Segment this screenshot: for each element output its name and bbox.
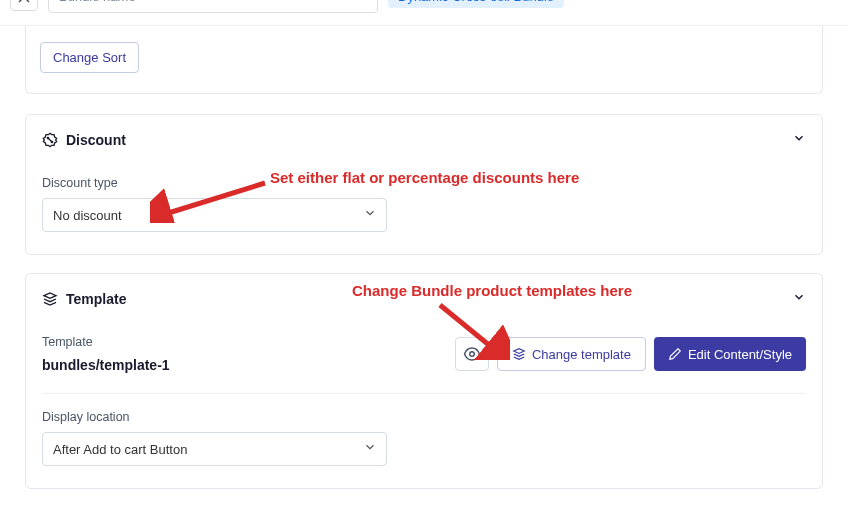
chevron-down-icon	[792, 288, 806, 309]
discount-type-select-wrap	[42, 198, 387, 232]
discount-title: Discount	[66, 132, 126, 148]
template-card-body: Template bundles/template-1 Change templ…	[26, 323, 822, 488]
discount-type-label: Discount type	[42, 176, 806, 190]
discount-card: Discount Discount type	[25, 114, 823, 255]
change-template-label: Change template	[532, 347, 631, 362]
template-card-header[interactable]: Template	[26, 274, 822, 323]
edit-content-style-label: Edit Content/Style	[688, 347, 792, 362]
svg-point-2	[470, 352, 475, 357]
edit-icon	[668, 347, 682, 361]
discount-icon	[42, 132, 58, 148]
close-button[interactable]	[10, 0, 38, 11]
content-area: Change Sort Discount Discount type	[0, 26, 848, 489]
change-template-button[interactable]: Change template	[497, 337, 646, 371]
change-sort-button[interactable]: Change Sort	[40, 42, 139, 73]
sort-card-partial: Change Sort	[25, 26, 823, 94]
template-row: Template bundles/template-1 Change templ…	[42, 335, 806, 373]
top-bar: Dynamic Cross-sell Bundle	[0, 0, 848, 26]
discount-card-header[interactable]: Discount	[26, 115, 822, 164]
template-value: bundles/template-1	[42, 357, 447, 373]
divider	[42, 393, 806, 394]
bundle-type-badge: Dynamic Cross-sell Bundle	[388, 0, 564, 8]
template-title: Template	[66, 291, 126, 307]
close-icon	[18, 0, 30, 3]
template-card: Template Template bundles/template-1 Cha…	[25, 273, 823, 489]
template-field-label: Template	[42, 335, 447, 349]
chevron-down-icon	[792, 129, 806, 150]
bundle-name-input[interactable]	[48, 0, 378, 13]
layers-icon	[512, 347, 526, 361]
display-location-select[interactable]	[42, 432, 387, 466]
discount-card-body: Discount type	[26, 164, 822, 254]
eye-icon	[463, 345, 481, 363]
svg-point-1	[51, 141, 52, 142]
preview-button[interactable]	[455, 337, 489, 371]
edit-content-style-button[interactable]: Edit Content/Style	[654, 337, 806, 371]
template-icon	[42, 291, 58, 307]
discount-type-select[interactable]	[42, 198, 387, 232]
display-location-select-wrap	[42, 432, 387, 466]
display-location-label: Display location	[42, 410, 806, 424]
svg-point-0	[47, 137, 48, 138]
